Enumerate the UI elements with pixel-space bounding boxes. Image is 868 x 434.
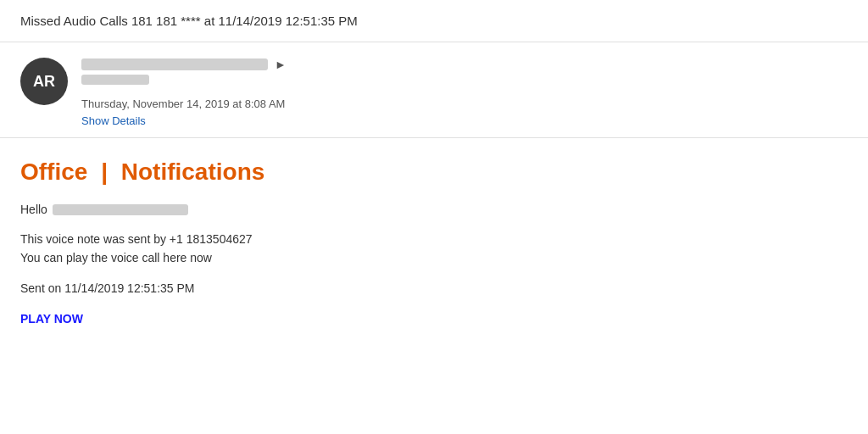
voice-note-line1: This voice note was sent by +1 181350462… xyxy=(20,232,253,246)
avatar: AR xyxy=(20,58,68,105)
hello-email-blurred xyxy=(53,204,188,215)
brand-header: Office | Notifications xyxy=(20,159,848,186)
sender-name-blurred xyxy=(81,58,268,70)
voice-note-text: This voice note was sent by +1 181350462… xyxy=(20,230,848,268)
hello-text: Hello xyxy=(20,203,47,216)
brand-office-label: Office xyxy=(20,159,87,186)
play-now-link[interactable]: PLAY NOW xyxy=(20,312,83,326)
sender-row: AR ► Thursday, November 14, 2019 at 8:08… xyxy=(0,42,868,138)
sender-info: ► Thursday, November 14, 2019 at 8:08 AM… xyxy=(81,56,848,127)
sender-email-blurred xyxy=(81,75,149,85)
avatar-initials: AR xyxy=(33,73,55,91)
voice-note-line2: You can play the voice call here now xyxy=(20,251,212,264)
sent-on-text: Sent on 11/14/2019 12:51:35 PM xyxy=(20,281,848,295)
hello-row: Hello xyxy=(20,203,848,216)
email-header: Missed Audio Calls 181 181 **** at 11/14… xyxy=(0,0,868,42)
email-container: Missed Audio Calls 181 181 **** at 11/14… xyxy=(0,0,868,346)
brand-divider: | xyxy=(94,159,114,186)
brand-notifications-label: Notifications xyxy=(121,159,265,186)
arrow-icon: ► xyxy=(275,58,287,71)
show-details-link[interactable]: Show Details xyxy=(81,114,146,127)
email-subject: Missed Audio Calls 181 181 **** at 11/14… xyxy=(20,14,358,28)
email-body: Office | Notifications Hello This voice … xyxy=(0,138,868,346)
sender-date: Thursday, November 14, 2019 at 8:08 AM xyxy=(81,97,848,110)
sender-name-row: ► xyxy=(81,58,848,71)
